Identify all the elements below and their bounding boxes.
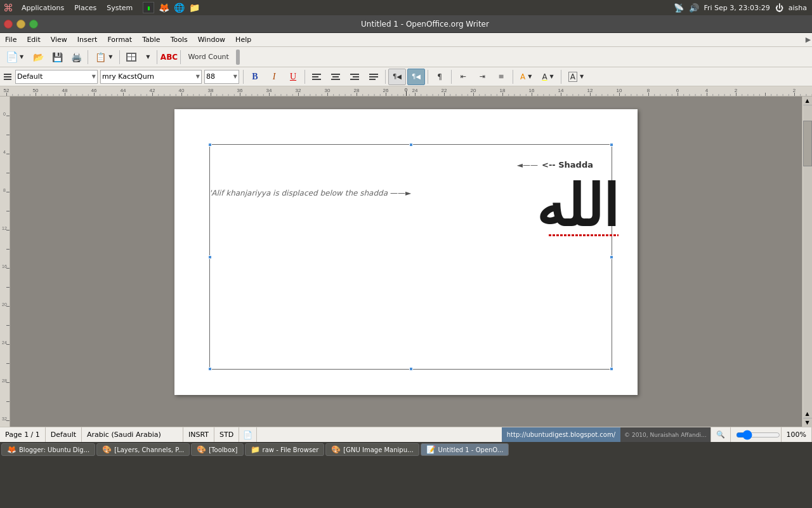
word-count-button[interactable]: Word Count <box>183 49 233 65</box>
style-list-btn[interactable] <box>1 69 14 85</box>
open-button[interactable]: 📂 <box>29 49 47 65</box>
menu-table[interactable]: Table <box>137 33 165 46</box>
browser2-icon[interactable]: 🌐 <box>173 2 185 13</box>
close-button[interactable] <box>4 20 13 29</box>
font-dropdown[interactable]: mry KacstQurn ▼ <box>100 70 202 84</box>
terminal-icon[interactable]: ▮ <box>143 2 154 13</box>
save-button[interactable]: 💾 <box>48 49 66 65</box>
frame-handle-tm[interactable] <box>409 143 413 147</box>
frame-handle-tr[interactable] <box>610 143 613 147</box>
svg-rect-1 <box>312 76 318 77</box>
align-right-button[interactable] <box>346 69 363 85</box>
minimize-button[interactable] <box>16 20 25 29</box>
align-center-button[interactable] <box>327 69 344 85</box>
topbar-system[interactable]: System <box>102 0 138 15</box>
style-value: Default <box>17 72 43 81</box>
doc-icon: 📄 <box>243 431 252 439</box>
menu-file[interactable]: File <box>0 33 22 46</box>
menu-tools[interactable]: Tools <box>166 33 193 46</box>
new-button[interactable]: 📄 ▼ <box>1 49 28 65</box>
taskbar-item-raw[interactable]: 📁 raw - File Browser <box>245 443 325 456</box>
doc-status-icon[interactable]: 📄 <box>239 427 257 442</box>
taskbar-item-blogger[interactable]: 🦊 Blogger: Ubuntu Dig... <box>1 443 95 456</box>
clipboard-button[interactable]: 📋 ▼ <box>91 49 117 65</box>
vscroll-thumb[interactable] <box>803 121 812 166</box>
frame-handle-tl[interactable] <box>208 143 212 147</box>
firefox-icon[interactable]: 🦊 <box>158 2 169 13</box>
fmt-sep-4 <box>428 70 428 84</box>
topbar-right: 📡 🔊 Fri Sep 3, 23:03:29 ⏻ aisha <box>674 3 812 13</box>
zoom-range-input[interactable] <box>736 430 780 440</box>
italic-button[interactable]: I <box>265 69 283 85</box>
new-icon: 📄 <box>6 51 18 63</box>
fmt-sep-3 <box>385 70 386 84</box>
vscroll-track[interactable] <box>803 105 812 409</box>
underline-button[interactable]: U <box>284 69 302 85</box>
print-button[interactable]: 🖨️ <box>67 49 85 65</box>
bold-button[interactable]: B <box>246 69 264 85</box>
font-color-button[interactable]: A ▼ <box>537 69 558 85</box>
menubar-expand[interactable]: ▶ <box>804 33 812 46</box>
style-dropdown[interactable]: Default ▼ <box>15 70 98 84</box>
line-space-button[interactable]: ≡ <box>492 69 510 85</box>
menu-format[interactable]: Format <box>102 33 137 46</box>
gnu-taskbar-icon: 🎨 <box>331 445 341 454</box>
frame-handle-br[interactable] <box>610 367 613 371</box>
zoom-out-btn[interactable]: 🔍 <box>710 427 731 442</box>
power-icon[interactable]: ⏻ <box>775 3 783 13</box>
menu-window[interactable]: Window <box>193 33 230 46</box>
zoom-level[interactable]: 100% <box>782 427 812 442</box>
shadda-annotation: ◄—— <-- Shadda <box>517 160 593 170</box>
frame-handle-bl[interactable] <box>208 367 212 371</box>
taskbar-raw-label: raw - File Browser <box>263 446 319 453</box>
table-insert-btn-wide[interactable]: ▼ <box>141 49 154 65</box>
maximize-button[interactable] <box>29 20 38 29</box>
vscroll-up-btn[interactable]: ▲ <box>803 97 812 105</box>
menu-edit[interactable]: Edit <box>22 33 45 46</box>
taskbar-item-writer[interactable]: 📝 Untitled 1 - OpenO... <box>421 443 509 456</box>
taskbar-item-gnu[interactable]: 🎨 [GNU Image Manipu... <box>325 443 419 456</box>
user-label[interactable]: aisha <box>789 4 807 12</box>
spellcheck-button[interactable]: ABC <box>160 49 178 65</box>
arabic-allah-container: الله <box>536 173 619 236</box>
table-insert-button[interactable] <box>122 49 140 65</box>
menu-view[interactable]: View <box>46 33 72 46</box>
topbar-places[interactable]: Places <box>69 0 102 15</box>
svg-rect-3 <box>331 74 340 75</box>
size-dropdown[interactable]: 88 ▼ <box>204 70 239 84</box>
rtl-button[interactable]: ¶◀ <box>388 69 406 85</box>
size-value: 88 <box>206 72 215 81</box>
style-status[interactable]: Default <box>46 427 82 442</box>
vertical-scrollbar[interactable]: ▲ ▲ ▼ <box>802 97 812 427</box>
menu-help[interactable]: Help <box>230 33 256 46</box>
rtl-active-button[interactable]: ¶◀ <box>407 69 425 85</box>
indent-inc-button[interactable]: ⇥ <box>473 69 491 85</box>
speaker-icon[interactable]: 🔊 <box>689 3 699 13</box>
frame-handle-bm[interactable] <box>409 367 413 371</box>
align-justify-button[interactable] <box>365 69 383 85</box>
std-status[interactable]: STD <box>214 427 239 442</box>
language-status[interactable]: Arabic (Saudi Arabia) <box>82 427 183 442</box>
toolbar-drag-handle[interactable] <box>236 50 240 65</box>
network-icon[interactable]: 📡 <box>674 3 684 13</box>
taskbar-item-layers[interactable]: 🎨 [Layers, Channels, P... <box>96 443 190 456</box>
highlight-button[interactable]: A ▼ <box>516 69 536 85</box>
para-style-btn[interactable]: ¶ <box>431 69 449 85</box>
indent-dec-button[interactable]: ⇤ <box>454 69 472 85</box>
vscroll-corner-down[interactable]: ▼ <box>803 418 812 427</box>
insrt-status[interactable]: INSRT <box>183 427 214 442</box>
menu-insert[interactable]: Insert <box>72 33 103 46</box>
char-format-button[interactable]: A ▼ <box>564 69 588 85</box>
system-logo-icon[interactable]: ⌘ <box>3 2 14 13</box>
frame-handle-mr[interactable] <box>610 255 613 259</box>
frame-handle-ml[interactable] <box>208 255 212 259</box>
zoom-slider[interactable] <box>731 427 782 442</box>
folder-icon[interactable]: 📁 <box>188 2 200 13</box>
page-status[interactable]: Page 1 / 1 <box>0 427 46 442</box>
align-left-button[interactable] <box>308 69 325 85</box>
topbar-applications[interactable]: Applications <box>16 0 69 15</box>
taskbar-item-toolbox[interactable]: 🎨 [Toolbox] <box>191 443 243 456</box>
vscroll-corner-up[interactable]: ▲ <box>803 409 812 418</box>
align-justify-icon <box>369 73 378 81</box>
document-scroll-area[interactable]: ◄—— <-- Shadda 'Alif khanjariyya is disp… <box>10 97 802 427</box>
